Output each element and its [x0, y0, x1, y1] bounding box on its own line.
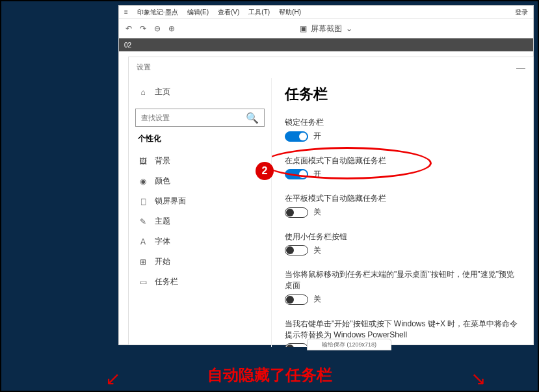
settings-sidebar: ⌂ 主页 🔍 个性化 🖼 背景 ◉ [129, 78, 272, 347]
menu-login[interactable]: 登录 [515, 8, 528, 17]
font-icon: A [138, 237, 148, 246]
editor-window: ≡ 印象笔记·墨点 编辑(E) 查看(V) 工具(T) 帮助(H) 登录 ↶ ↷… [118, 5, 534, 345]
toggle-small-buttons[interactable]: 关 [285, 245, 321, 256]
minimize-icon[interactable]: — [516, 62, 525, 73]
annotation-badge-2: 2 [256, 162, 274, 180]
app-name: 印象笔记·墨点 [137, 8, 178, 17]
toggle-state: 开 [313, 131, 321, 142]
setting-peek: 当你将鼠标移动到任务栏末端的"显示桌面"按钮时，使用"速览"预览桌面 关 [285, 269, 520, 307]
undo-icon[interactable]: ↶ [125, 24, 132, 33]
redo-icon[interactable]: ↷ [140, 24, 146, 33]
arrow-right-icon: ↘ [471, 368, 486, 389]
theme-icon: ✎ [138, 217, 148, 226]
sidebar-item-label: 颜色 [155, 176, 170, 187]
arrow-left-icon: ↙ [105, 368, 120, 389]
sidebar-item-lockscreen[interactable]: ⎕ 锁屏界面 [135, 191, 265, 211]
setting-small-buttons: 使用小任务栏按钮 关 [285, 231, 520, 258]
sidebar-item-label: 主页 [155, 86, 170, 98]
settings-titlebar: 设置 — [129, 57, 533, 78]
dropdown-icon[interactable]: ⌄ [346, 24, 352, 33]
sidebar-item-color[interactable]: ◉ 颜色 [135, 171, 265, 191]
settings-main-panel: 任务栏 锁定任务栏 开 在桌面模式下自动隐藏任务栏 [272, 78, 533, 347]
document-title-area: ▣ 屏幕截图 ⌄ [300, 23, 352, 34]
home-icon: ⌂ [138, 88, 148, 97]
menu-view[interactable]: 查看(V) [218, 8, 239, 17]
sidebar-item-label: 锁屏界面 [155, 196, 186, 207]
sidebar-item-label: 开始 [155, 256, 170, 267]
taskbar-tooltip: 输给保存 (1209x718) [307, 339, 391, 350]
page-title: 任务栏 [285, 85, 520, 104]
tab-label[interactable]: 02 [124, 42, 131, 49]
sidebar-item-label: 字体 [155, 236, 170, 247]
settings-window: 设置 — ⌂ 主页 🔍 个性化 [128, 57, 534, 345]
toggle-autohide-tablet[interactable]: 关 [285, 207, 321, 218]
search-field[interactable] [136, 114, 241, 122]
canvas: 设置 — ⌂ 主页 🔍 个性化 [119, 51, 533, 345]
setting-label: 锁定任务栏 [285, 117, 520, 128]
taskbar-icon: ▭ [138, 278, 148, 287]
sidebar-item-start[interactable]: ⊞ 开始 [135, 252, 265, 272]
tab-bar: 02 [119, 38, 533, 51]
sidebar-item-label: 任务栏 [155, 276, 178, 287]
sidebar-item-label: 主题 [155, 216, 170, 227]
lock-icon: ⎕ [138, 197, 148, 206]
search-icon: 🔍 [241, 112, 264, 124]
image-icon: 🖼 [138, 157, 148, 166]
zoom-out-icon[interactable]: ⊖ [154, 24, 161, 33]
sidebar-item-home[interactable]: ⌂ 主页 [135, 82, 265, 102]
tooltip-text: 输给保存 (1209x718) [322, 341, 376, 349]
toggle-state: 关 [313, 245, 321, 256]
setting-label: 当你将鼠标移动到任务栏末端的"显示桌面"按钮时，使用"速览"预览桌面 [285, 269, 520, 291]
toggle-state: 关 [313, 207, 321, 218]
setting-label: 在平板模式下自动隐藏任务栏 [285, 193, 520, 204]
section-title: 个性化 [138, 133, 265, 144]
document-title: 屏幕截图 [311, 23, 342, 34]
screenshot-icon: ▣ [300, 24, 307, 33]
menubar: ≡ 印象笔记·墨点 编辑(E) 查看(V) 工具(T) 帮助(H) 登录 [119, 6, 533, 19]
search-input[interactable]: 🔍 [135, 109, 265, 127]
menu-edit[interactable]: 编辑(E) [187, 8, 209, 17]
app-logo: ≡ [124, 8, 128, 16]
toggle-state: 关 [313, 294, 321, 305]
tutorial-frame: ≡ 印象笔记·墨点 编辑(E) 查看(V) 工具(T) 帮助(H) 登录 ↶ ↷… [0, 0, 539, 392]
setting-label: 使用小任务栏按钮 [285, 231, 520, 242]
settings-title: 设置 [137, 62, 151, 73]
sidebar-item-font[interactable]: A 字体 [135, 231, 265, 252]
toggle-peek[interactable]: 关 [285, 294, 321, 305]
caption-text: 自动隐藏了任务栏 [1, 365, 538, 385]
toggle-lock-taskbar[interactable]: 开 [285, 131, 321, 142]
menu-help[interactable]: 帮助(H) [279, 8, 301, 17]
palette-icon: ◉ [138, 177, 148, 186]
sidebar-item-theme[interactable]: ✎ 主题 [135, 211, 265, 231]
badge-number: 2 [262, 165, 268, 177]
zoom-in-icon[interactable]: ⊕ [168, 24, 175, 33]
start-icon: ⊞ [138, 257, 148, 267]
setting-label: 当我右键单击"开始"按钮或按下 Windows 键+X 时，在菜单中将命令提示符… [285, 319, 520, 341]
setting-autohide-tablet: 在平板模式下自动隐藏任务栏 关 [285, 193, 520, 220]
sidebar-item-background[interactable]: 🖼 背景 [135, 151, 265, 171]
sidebar-item-taskbar[interactable]: ▭ 任务栏 [135, 272, 265, 292]
sidebar-item-label: 背景 [155, 155, 170, 166]
toolbar: ↶ ↷ ⊖ ⊕ ▣ 屏幕截图 ⌄ [119, 19, 533, 38]
setting-lock-taskbar: 锁定任务栏 开 [285, 117, 520, 144]
menu-tools[interactable]: 工具(T) [248, 8, 270, 17]
